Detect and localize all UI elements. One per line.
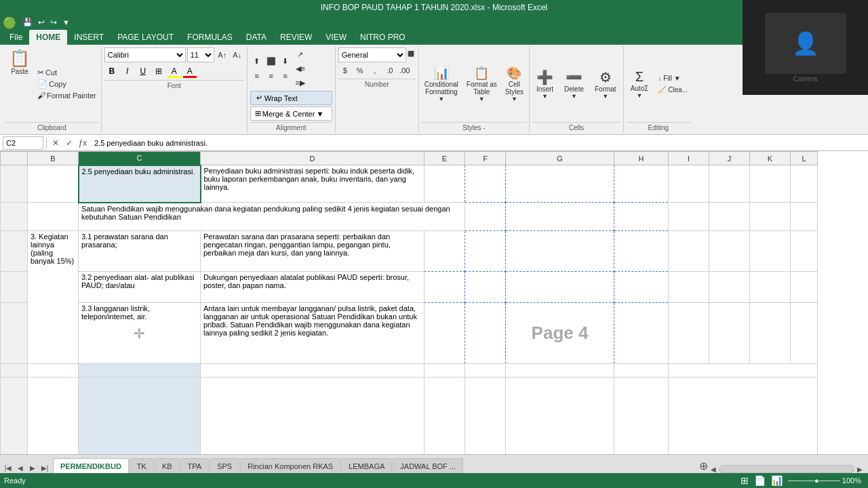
cut-button[interactable]: ✂ Cut — [35, 67, 98, 78]
cell-c1[interactable]: 2.5 penyediaan buku administrasi. — [79, 165, 201, 203]
cell-i3[interactable] — [669, 231, 709, 272]
customize-quick-btn[interactable]: ▼ — [60, 18, 72, 26]
cell-h4[interactable] — [614, 272, 669, 303]
number-format-select[interactable]: General — [338, 47, 406, 62]
merge-center-button[interactable]: ⊞ Merge & Center ▼ — [250, 106, 332, 121]
cell-d3[interactable]: Perawatan sarana dan prasarana seperti: … — [201, 231, 425, 272]
cell-k1[interactable] — [750, 165, 791, 203]
wrap-text-button[interactable]: ↵ Wrap Text — [250, 91, 332, 105]
sheet-tab-rincian[interactable]: Rincian Komponen RKAS — [240, 458, 340, 473]
cell-j1[interactable] — [709, 165, 750, 203]
cell-j2[interactable] — [709, 203, 750, 231]
text-direction-btn[interactable]: ↗ — [294, 47, 307, 61]
col-header-j[interactable]: J — [709, 152, 750, 165]
cancel-formula-btn[interactable]: ✕ — [50, 137, 62, 149]
cell-f5[interactable] — [465, 303, 506, 364]
cell-l5[interactable] — [791, 303, 818, 364]
cell-d6[interactable] — [201, 364, 425, 378]
normal-view-btn[interactable]: ⊞ — [741, 475, 749, 486]
col-header-i[interactable]: I — [669, 152, 709, 165]
col-header-e[interactable]: E — [425, 152, 465, 165]
col-header-f[interactable]: F — [465, 152, 506, 165]
cell-l2[interactable] — [791, 203, 818, 231]
increase-font-btn[interactable]: A↑ — [216, 48, 229, 62]
tab-page-layout[interactable]: PAGE LAYOUT — [111, 30, 180, 45]
cell-f3[interactable] — [465, 231, 506, 272]
align-center-btn[interactable]: ≡ — [264, 69, 278, 83]
align-left-btn[interactable]: ≡ — [250, 69, 264, 83]
cell-c5[interactable]: 3.3 langganan listrik, telepon/internet,… — [79, 303, 201, 364]
delete-button[interactable]: ➖ Delete ▼ — [560, 68, 588, 101]
font-size-select[interactable]: 11 — [187, 47, 214, 62]
fill-button[interactable]: ↓ Fill ▼ — [655, 73, 690, 83]
cell-j3[interactable] — [709, 231, 750, 272]
cell-b2[interactable] — [28, 203, 79, 231]
cell-l1[interactable] — [791, 165, 818, 203]
indent-decrease-btn[interactable]: ◀≡ — [294, 62, 307, 75]
tab-file[interactable]: File — [3, 30, 29, 45]
cell-b1[interactable] — [28, 165, 79, 203]
sheet-tab-kb[interactable]: KB — [155, 458, 180, 473]
add-sheet-button[interactable]: ⊕ — [696, 458, 711, 473]
sheet-tab-sps[interactable]: SPS — [210, 458, 239, 473]
cell-c6[interactable] — [79, 364, 201, 378]
tab-nitro-pro[interactable]: NITRO PRO — [353, 30, 412, 45]
format-as-table-button[interactable]: 📋 Format as Table ▼ — [464, 64, 500, 104]
horizontal-scroll-bar[interactable] — [719, 465, 854, 473]
col-header-d[interactable]: D — [201, 152, 425, 165]
tab-insert[interactable]: INSERT — [67, 30, 111, 45]
sheet-tab-lembaga[interactable]: LEMBAGA — [341, 458, 392, 473]
col-header-h[interactable]: H — [614, 152, 669, 165]
undo-quick-btn[interactable]: ↩ — [36, 18, 47, 27]
merge-dropdown-icon[interactable]: ▼ — [316, 110, 323, 118]
cell-f4[interactable] — [465, 272, 506, 303]
page-layout-view-btn[interactable]: 📄 — [754, 475, 766, 486]
comma-btn[interactable]: , — [368, 64, 382, 77]
copy-button[interactable]: 📄 Copy — [35, 79, 98, 89]
align-top-btn[interactable]: ⬆ — [250, 55, 264, 68]
col-header-g[interactable]: G — [506, 152, 614, 165]
cell-b3-merged[interactable]: 3. Kegiatan lainnya (paling banyak 15%) — [28, 231, 79, 364]
cell-i4[interactable] — [669, 272, 709, 303]
conditional-formatting-button[interactable]: 📊 Conditional Formatting ▼ — [422, 64, 461, 104]
cell-g5[interactable]: Page 4 — [506, 303, 614, 364]
auto-sum-button[interactable]: Σ AutoΣ ▼ — [627, 68, 653, 100]
font-family-select[interactable]: Calibri — [104, 47, 186, 62]
zoom-slider[interactable]: ─────●──── 100% — [788, 476, 861, 485]
currency-btn[interactable]: $ — [338, 64, 352, 77]
cell-b6[interactable] — [28, 364, 79, 378]
tab-home[interactable]: HOME — [29, 30, 67, 45]
cell-f1[interactable] — [465, 165, 506, 203]
sheet-tab-tk[interactable]: TK — [130, 458, 154, 473]
cell-k2[interactable] — [750, 203, 791, 231]
clear-button[interactable]: 🧹 Clea... — [655, 85, 690, 95]
decrease-decimal-btn[interactable]: .00 — [398, 64, 412, 77]
cell-e1[interactable] — [425, 165, 465, 203]
indent-increase-btn[interactable]: ≡▶ — [294, 76, 307, 89]
horizontal-scroll-left-btn[interactable]: ◀ — [711, 466, 716, 473]
col-header-c[interactable]: C — [79, 152, 201, 165]
page-break-view-btn[interactable]: 📊 — [771, 475, 783, 486]
col-header-k[interactable]: K — [750, 152, 791, 165]
sheet-tab-tpa[interactable]: TPA — [180, 458, 210, 473]
cell-j5[interactable] — [709, 303, 750, 364]
cell-h6[interactable] — [614, 364, 669, 378]
cell-c2-merged[interactable]: Satuan Pendidikan wajib menggunakan dana… — [79, 203, 465, 231]
confirm-formula-btn[interactable]: ✓ — [63, 137, 75, 149]
tab-view[interactable]: VIEW — [319, 30, 353, 45]
align-bottom-btn[interactable]: ⬇ — [279, 55, 292, 68]
underline-button[interactable]: U — [136, 64, 151, 79]
increase-decimal-btn[interactable]: .0 — [383, 64, 397, 77]
cell-i5[interactable] — [669, 303, 709, 364]
col-header-b[interactable]: B — [28, 152, 79, 165]
align-middle-btn[interactable]: ⬛ — [264, 55, 278, 68]
cell-g1[interactable] — [506, 165, 614, 203]
cell-k5[interactable] — [750, 303, 791, 364]
border-btn[interactable]: ⊞ — [151, 64, 166, 79]
redo-quick-btn[interactable]: ↪ — [48, 18, 59, 27]
cell-h2[interactable] — [614, 203, 669, 231]
cell-h5[interactable] — [614, 303, 669, 364]
cell-d4[interactable]: Dukungan penyediaan alatalat publikasi P… — [201, 272, 425, 303]
cell-d5[interactable]: Antara lain untuk membayar langganan/ pu… — [201, 303, 425, 364]
decrease-font-btn[interactable]: A↓ — [231, 48, 244, 62]
